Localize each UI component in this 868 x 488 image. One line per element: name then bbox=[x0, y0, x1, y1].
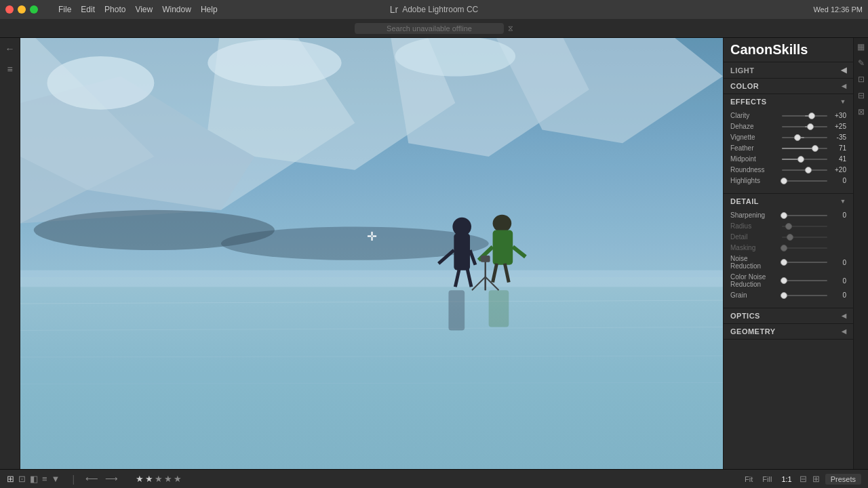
far-right-toolbar: ▦ ✎ ⊡ ⊟ ⊠ bbox=[853, 38, 868, 469]
menu-window[interactable]: Window bbox=[162, 5, 191, 14]
color-section: COLor ◀ bbox=[724, 79, 853, 94]
masking-row: Masking bbox=[730, 244, 846, 251]
menu-file[interactable]: File bbox=[58, 5, 71, 14]
menu-bar: File Edit Photo View Window Help bbox=[58, 5, 218, 14]
feather-row: Feather 71 bbox=[730, 144, 846, 152]
optics-chevron: ◀ bbox=[842, 312, 847, 319]
svg-rect-37 bbox=[20, 38, 723, 469]
sharpening-track[interactable] bbox=[782, 215, 827, 216]
sync-left-icon[interactable]: ⟵ bbox=[85, 474, 98, 484]
dehaze-track[interactable] bbox=[782, 126, 827, 127]
close-button[interactable] bbox=[5, 5, 14, 14]
color-noise-value: 0 bbox=[830, 277, 846, 285]
logo-area: CanonSkills bbox=[724, 38, 853, 62]
radius-track bbox=[782, 226, 827, 227]
star-4[interactable]: ★ bbox=[164, 474, 172, 484]
ratio-button[interactable]: 1:1 bbox=[779, 474, 793, 484]
optics-section-header[interactable]: Optics ◀ bbox=[724, 308, 853, 323]
geometry-label: GEOMETRY bbox=[730, 327, 776, 336]
compare-icon[interactable]: ◧ bbox=[30, 474, 38, 484]
clarity-label: Clarity bbox=[730, 112, 779, 119]
noise-reduction-track[interactable] bbox=[782, 262, 827, 263]
detail-slider-label: Detail bbox=[730, 233, 779, 241]
effects-chevron: ▼ bbox=[840, 98, 846, 105]
fill-button[interactable]: Fill bbox=[760, 474, 774, 484]
titlebar: Lr Adobe Lightroom CC File Edit Photo Vi… bbox=[0, 0, 868, 19]
color-label: COLor bbox=[730, 82, 759, 90]
right-panel: CanonSkills Light ◀ COLor ◀ EFFECTS ▼ bbox=[723, 38, 853, 469]
color-section-header[interactable]: COLor ◀ bbox=[724, 79, 853, 94]
search-input[interactable] bbox=[355, 23, 504, 34]
star-1[interactable]: ★ bbox=[136, 474, 144, 484]
histogram-icon[interactable]: ▦ bbox=[857, 42, 865, 52]
color-noise-row: Color Noise Reduction 0 bbox=[730, 273, 846, 288]
highlights-row: Highlights 0 bbox=[730, 177, 846, 184]
light-section-header[interactable]: Light ◀ bbox=[724, 62, 853, 78]
menu-photo[interactable]: Photo bbox=[104, 5, 125, 14]
grid-icon[interactable]: ⊞ bbox=[7, 474, 14, 484]
sync-right-icon[interactable]: ⟶ bbox=[105, 474, 118, 484]
geometry-section-header[interactable]: GEOMETRY ◀ bbox=[724, 324, 853, 339]
highlights-track[interactable] bbox=[782, 180, 827, 182]
slideshow-icon[interactable]: ⊞ bbox=[812, 474, 820, 484]
filter-icon[interactable]: ⊟ bbox=[858, 91, 865, 100]
logo-text: CanonSkills bbox=[730, 42, 846, 58]
multiview-icon[interactable]: ⊡ bbox=[18, 474, 26, 484]
detail-content: Sharpening 0 Radius Detail bbox=[724, 209, 853, 308]
grain-label: Grain bbox=[730, 291, 779, 299]
detail-section-header[interactable]: DETAIL ▼ bbox=[724, 194, 853, 209]
effects-content: Clarity +30 Dehaze +25 bbox=[724, 109, 853, 193]
crop-icon[interactable]: ⊡ bbox=[858, 75, 865, 84]
optics-section: Optics ◀ bbox=[724, 308, 853, 324]
detail-chevron: ▼ bbox=[840, 198, 846, 205]
star-5[interactable]: ★ bbox=[174, 474, 182, 484]
noise-reduction-value: 0 bbox=[830, 259, 846, 266]
grain-value: 0 bbox=[830, 291, 846, 299]
star-rating: ★ ★ ★ ★ ★ bbox=[136, 474, 182, 484]
highlights-value: 0 bbox=[830, 177, 846, 184]
photo-image bbox=[20, 38, 723, 469]
star-3[interactable]: ★ bbox=[155, 474, 163, 484]
list-icon[interactable]: ≡ bbox=[7, 64, 12, 75]
vignette-row: Vignette -35 bbox=[730, 134, 846, 141]
brush-icon[interactable]: ⊠ bbox=[858, 107, 865, 117]
sort-icon[interactable]: ≡ bbox=[42, 474, 47, 484]
roundness-value: +20 bbox=[830, 166, 846, 174]
menu-view[interactable]: View bbox=[135, 5, 153, 14]
maximize-button[interactable] bbox=[30, 5, 38, 14]
dehaze-label: Dehaze bbox=[730, 123, 779, 130]
minimize-button[interactable] bbox=[18, 5, 26, 14]
midpoint-track[interactable] bbox=[782, 159, 827, 160]
separator1: | bbox=[72, 474, 75, 485]
clarity-row: Clarity +30 bbox=[730, 112, 846, 119]
fit-button[interactable]: Fit bbox=[743, 474, 755, 484]
masking-label: Masking bbox=[730, 244, 779, 251]
geometry-chevron: ◀ bbox=[842, 328, 847, 335]
color-noise-track[interactable] bbox=[782, 280, 827, 281]
vignette-track[interactable] bbox=[782, 137, 827, 138]
roundness-track[interactable] bbox=[782, 169, 827, 171]
grain-track[interactable] bbox=[782, 295, 827, 296]
dehaze-row: Dehaze +25 bbox=[730, 123, 846, 130]
back-icon[interactable]: ← bbox=[5, 43, 15, 54]
feather-track[interactable] bbox=[782, 148, 827, 149]
light-section: Light ◀ bbox=[724, 62, 853, 79]
detail-slider-row: Detail bbox=[730, 233, 846, 241]
menu-edit[interactable]: Edit bbox=[81, 5, 95, 14]
color-chevron: ◀ bbox=[842, 83, 847, 89]
detail-track bbox=[782, 237, 827, 238]
noise-reduction-row: Noise Reduction 0 bbox=[730, 255, 846, 270]
searchbar: ⧖ bbox=[0, 19, 868, 38]
edit-icon[interactable]: ✎ bbox=[858, 58, 865, 68]
flag-icon[interactable]: ▼ bbox=[52, 474, 60, 484]
star-2[interactable]: ★ bbox=[145, 474, 153, 484]
clarity-track[interactable] bbox=[782, 115, 827, 117]
presets-button[interactable]: Presets bbox=[825, 474, 861, 485]
roundness-label: Roundness bbox=[730, 166, 779, 174]
menu-help[interactable]: Help bbox=[201, 5, 218, 14]
effects-section-header[interactable]: EFFECTS ▼ bbox=[724, 94, 853, 109]
sharpening-row: Sharpening 0 bbox=[730, 211, 846, 219]
optics-label: Optics bbox=[730, 312, 760, 320]
compare-view-icon[interactable]: ⊟ bbox=[800, 474, 807, 484]
bottombar: ⊞ ⊡ ◧ ≡ ▼ | ⟵ ⟶ ★ ★ ★ ★ ★ Fit Fill 1:1 ⊟… bbox=[0, 469, 868, 488]
